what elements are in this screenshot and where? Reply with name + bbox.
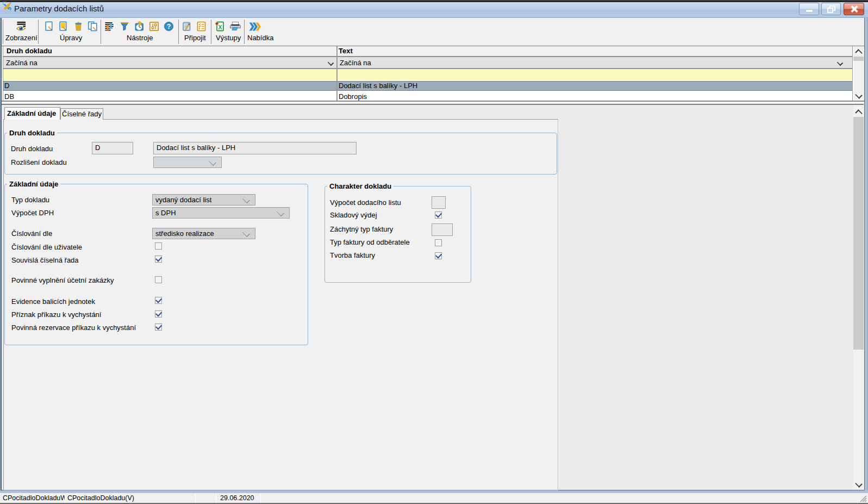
- svg-text:X: X: [218, 24, 222, 30]
- svg-text:?: ?: [167, 23, 171, 30]
